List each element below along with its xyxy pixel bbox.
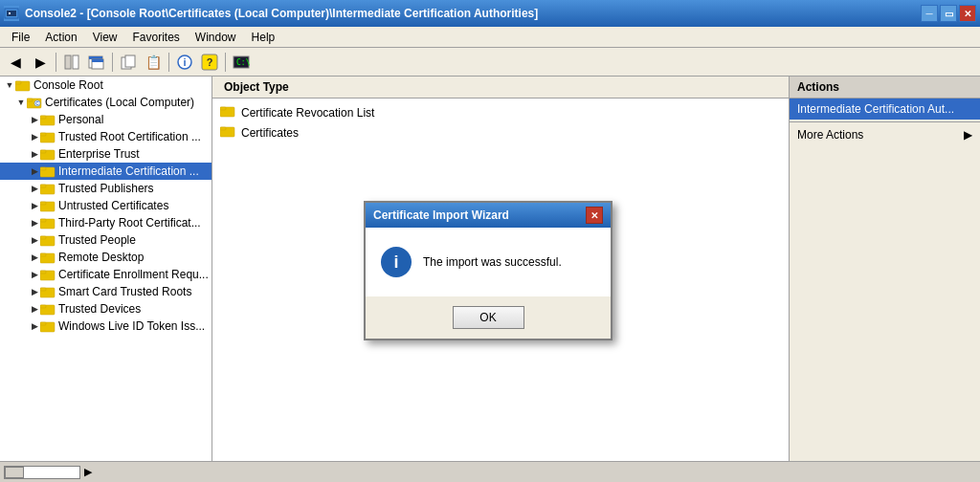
expand-intermediate[interactable]: ▶ <box>29 165 40 177</box>
menu-favorites[interactable]: Favorites <box>125 29 188 46</box>
svg-rect-44 <box>40 288 46 291</box>
certificates-row-label: Certificates <box>241 126 299 140</box>
window-controls[interactable]: ─ ▭ ✕ <box>921 5 976 22</box>
tree-label-cert-enrollment: Certificate Enrollment Requ... <box>58 268 209 281</box>
tree-label-personal: Personal <box>58 113 103 126</box>
tree-item-windows-live[interactable]: ▶ Windows Live ID Token Iss... <box>0 318 212 335</box>
more-actions-arrow-icon: ▶ <box>964 128 972 142</box>
show-hide-button[interactable] <box>60 51 83 74</box>
tree-item-certificates[interactable]: ▼ C Certificates (Local Computer) <box>0 94 212 111</box>
expand-untrusted[interactable]: ▶ <box>29 200 40 211</box>
minimize-button[interactable]: ─ <box>921 5 938 22</box>
tree-item-console-root[interactable]: ▼ Console Root <box>0 77 212 94</box>
dialog-title-text: Certificate Import Wizard <box>373 208 509 222</box>
svg-rect-40 <box>40 253 46 256</box>
tree-item-trusted-people[interactable]: ▶ Trusted People <box>0 231 212 249</box>
help-button[interactable]: ? <box>198 51 221 74</box>
expand-cert-enrollment[interactable]: ▶ <box>29 269 40 280</box>
folder-icon-intermediate <box>40 164 56 178</box>
svg-rect-50 <box>220 107 226 110</box>
folder-icon-personal <box>40 113 56 126</box>
tree-label-trusted-root: Trusted Root Certification ... <box>58 130 201 143</box>
svg-rect-24 <box>40 116 46 119</box>
folder-icon-trusted-devices <box>40 302 56 316</box>
expand-trusted-people[interactable]: ▶ <box>29 234 40 246</box>
expand-smart-card[interactable]: ▶ <box>29 286 40 297</box>
svg-rect-26 <box>40 133 46 136</box>
new-window-button[interactable] <box>85 51 108 74</box>
expand-trusted-root[interactable]: ▶ <box>29 131 40 142</box>
ok-button[interactable]: OK <box>453 306 524 329</box>
dialog-message: The import was successful. <box>423 255 562 269</box>
content-header: Object Type <box>212 77 789 99</box>
paste-button[interactable]: 📋 <box>142 51 165 74</box>
svg-rect-18 <box>15 81 21 84</box>
tree-item-trusted-publishers[interactable]: ▶ Trusted Publishers <box>0 180 212 197</box>
forward-button[interactable]: ▶ <box>29 51 52 74</box>
menu-help[interactable]: Help <box>244 29 283 46</box>
tree-item-intermediate[interactable]: ▶ Intermediate Certification ... <box>0 163 212 180</box>
folder-icon-untrusted <box>40 199 56 212</box>
svg-rect-4 <box>73 55 78 69</box>
tree-label-console-root: Console Root <box>33 78 103 92</box>
copy-button[interactable] <box>117 51 140 74</box>
folder-icon-windows-live <box>40 319 56 333</box>
back-button[interactable]: ◀ <box>4 51 27 74</box>
window-title: Console2 - [Console Root\Certificates (L… <box>25 7 921 20</box>
tree-item-remote-desktop[interactable]: ▶ Remote Desktop <box>0 249 212 266</box>
restore-button[interactable]: ▭ <box>940 5 957 22</box>
tree-item-cert-enrollment[interactable]: ▶ Certificate Enrollment Requ... <box>0 266 212 283</box>
svg-rect-34 <box>40 202 46 205</box>
tree-item-trusted-root[interactable]: ▶ Trusted Root Certification ... <box>0 128 212 145</box>
status-scrollbar[interactable] <box>4 466 80 479</box>
expand-console-root[interactable]: ▼ <box>4 79 15 91</box>
tree-item-enterprise-trust[interactable]: ▶ Enterprise Trust <box>0 145 212 163</box>
actions-item-more[interactable]: More Actions ▶ <box>790 124 980 145</box>
tree-item-personal[interactable]: ▶ Personal <box>0 111 212 128</box>
properties-button[interactable]: i <box>173 51 196 74</box>
menu-action[interactable]: Action <box>37 29 84 46</box>
folder-icon-remote-desktop <box>40 251 56 264</box>
tree-item-third-party[interactable]: ▶ Third-Party Root Certificat... <box>0 214 212 231</box>
svg-rect-10 <box>125 55 135 67</box>
menu-view[interactable]: View <box>85 29 125 46</box>
info-icon: i <box>381 247 412 277</box>
folder-icon-trusted-root <box>40 130 56 143</box>
tree-item-trusted-devices[interactable]: ▶ Trusted Devices <box>0 300 212 318</box>
expand-trusted-publishers[interactable]: ▶ <box>29 183 40 194</box>
col-object-type: Object Type <box>216 78 297 96</box>
folder-icon-enterprise-trust <box>40 147 56 161</box>
expand-third-party[interactable]: ▶ <box>29 217 40 229</box>
tree-item-smart-card[interactable]: ▶ Smart Card Trusted Roots <box>0 283 212 300</box>
expand-windows-live[interactable]: ▶ <box>29 320 40 332</box>
expand-trusted-devices[interactable]: ▶ <box>29 303 40 315</box>
svg-rect-38 <box>40 236 46 239</box>
scrollbar-thumb[interactable] <box>5 467 24 478</box>
dialog-close-button[interactable]: ✕ <box>586 207 603 224</box>
toolbar: ◀ ▶ 📋 i ? <box>0 48 980 77</box>
expand-enterprise-trust[interactable]: ▶ <box>29 148 40 160</box>
svg-rect-48 <box>40 322 46 325</box>
svg-rect-36 <box>40 219 46 222</box>
tree-label-third-party: Third-Party Root Certificat... <box>58 216 201 230</box>
tree-item-untrusted[interactable]: ▶ Untrusted Certificates <box>0 197 212 214</box>
scroll-right-arrow[interactable]: ▶ <box>84 466 92 478</box>
toolbar-separator-1 <box>56 53 56 72</box>
tree-label-certificates: Certificates (Local Computer) <box>45 96 194 109</box>
actions-item-intermediate[interactable]: Intermediate Certification Aut... <box>790 99 980 120</box>
content-row-crl[interactable]: Certificate Revocation List <box>216 102 785 122</box>
folder-icon-console-root <box>15 78 31 92</box>
expand-certificates[interactable]: ▼ <box>15 97 27 108</box>
expand-remote-desktop[interactable]: ▶ <box>29 252 40 263</box>
title-bar: Console2 - [Console Root\Certificates (L… <box>0 0 980 27</box>
content-row-certificates[interactable]: Certificates <box>216 122 785 142</box>
close-button[interactable]: ✕ <box>959 5 976 22</box>
menu-file[interactable]: File <box>4 29 37 46</box>
actions-label-intermediate: Intermediate Certification Aut... <box>797 102 954 116</box>
folder-icon-crl <box>220 104 235 120</box>
menu-window[interactable]: Window <box>188 29 244 46</box>
expand-personal[interactable]: ▶ <box>29 114 40 125</box>
console-button[interactable]: C:\> <box>230 51 253 74</box>
dialog-footer: OK <box>366 296 611 339</box>
svg-rect-1 <box>7 11 16 16</box>
